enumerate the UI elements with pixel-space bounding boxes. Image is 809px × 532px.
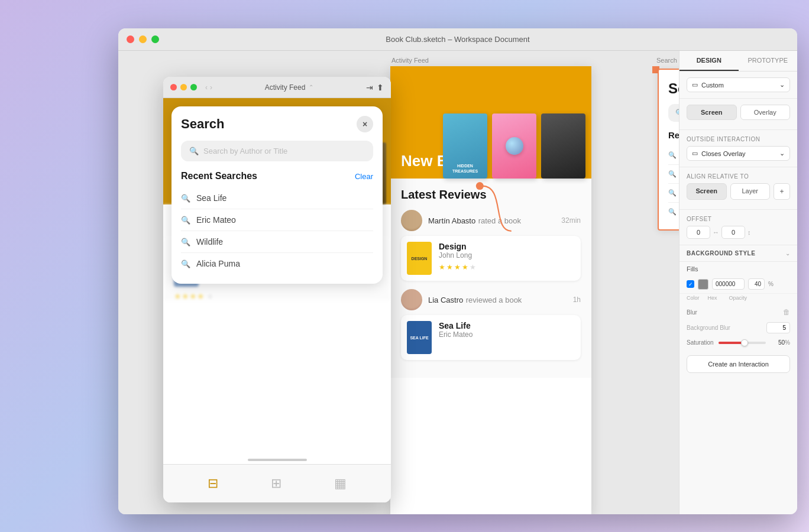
rp-align-screen-btn[interactable]: Screen — [687, 183, 727, 200]
rp-screen-overlay-row: Screen Overlay — [687, 105, 790, 120]
book-cover-text-1: HIDDENTREASURES — [452, 164, 478, 174]
rp-align-layer-btn[interactable]: Layer — [730, 183, 771, 200]
som-search-input[interactable]: 🔍 Search by Author or Title — [181, 141, 373, 161]
rp-fill-labels: Color Hex Opacity — [679, 294, 797, 304]
rp-align-label: Align relative to — [687, 173, 790, 180]
reviewer-avatar-lia — [401, 289, 422, 310]
star-4: ★ — [462, 263, 468, 271]
canvas-label-search: Search — [656, 57, 677, 64]
star-1: ★ — [439, 263, 445, 271]
rp-fill-hex-input[interactable] — [712, 278, 745, 290]
rp-offset-group: ↔ ↕ — [687, 226, 790, 239]
tab-icon-books[interactable]: ⊟ — [208, 476, 218, 491]
som-item-2[interactable]: 🔍 Wildlife — [181, 231, 373, 253]
som-item-1[interactable]: 🔍 Eric Mateo — [181, 209, 373, 231]
canvas-area: ‹ › Activity Feed ⌃ ⇥ ⬆ — [118, 51, 679, 514]
rp-saturation-thumb — [741, 339, 748, 346]
review-time-1: 1h — [573, 296, 581, 304]
search-overlay-modal: Search × 🔍 Search by Author or Title Rec… — [171, 106, 383, 284]
overlay-search-icon: 🔍 — [675, 109, 679, 117]
sp-back-arrow[interactable]: ‹ — [205, 83, 208, 92]
rp-saturation-slider[interactable] — [719, 342, 766, 344]
sp-fwd-arrow[interactable]: › — [210, 83, 212, 92]
star-2: ★ — [446, 263, 453, 271]
som-item-0[interactable]: 🔍 Sea Life — [181, 187, 373, 209]
sp-share-icon[interactable]: ⬆ — [377, 83, 384, 92]
rp-add-align-btn[interactable]: + — [774, 183, 790, 200]
reviewer-text-1: Lia Castro reviewed a book — [428, 294, 522, 305]
sp-nav-right: ⇥ ⬆ — [366, 83, 384, 92]
book-card-design: DESIGN Design John Long ★ ★ ★ ★ — [401, 236, 581, 281]
sp-nav-title: Activity Feed — [265, 83, 306, 92]
overlay-search-input-box[interactable]: 🔍 Search by Author o — [668, 104, 679, 122]
rp-fill-opacity-input[interactable] — [748, 278, 765, 290]
sketch-body: ‹ › Activity Feed ⌃ ⇥ ⬆ — [118, 51, 797, 514]
overlay-item-1[interactable]: 🔍 Eric Mateo — [668, 165, 679, 184]
rp-blur-delete-icon[interactable]: 🗑 — [783, 308, 790, 316]
som-title: Search — [181, 116, 224, 132]
rp-fill-checkbox[interactable]: ✓ — [687, 280, 694, 288]
rp-offset-y-input[interactable] — [721, 226, 745, 239]
tab-icon-library[interactable]: ⊞ — [271, 476, 281, 491]
sp-min-btn[interactable] — [180, 84, 187, 90]
som-close-btn[interactable]: × — [357, 116, 373, 132]
book-candy — [492, 113, 536, 179]
small-phone-header-bar: ‹ › Activity Feed ⌃ ⇥ ⬆ — [163, 77, 391, 98]
rp-custom-dropdown[interactable]: ▭ Custom ⌄ — [687, 77, 790, 92]
overlay-item-icon-2: 🔍 — [668, 189, 677, 197]
reviewer-action-0: rated a book — [478, 216, 521, 225]
candy-ball — [506, 137, 523, 155]
overlay-search-header: Search 🔍 Search by Author o — [659, 70, 679, 130]
rp-screen-btn[interactable]: Screen — [687, 105, 737, 120]
som-item-3[interactable]: 🔍 Alicia Puma — [181, 253, 373, 274]
tab-design[interactable]: DESIGN — [679, 51, 739, 71]
rp-overlay-icon: ▭ — [692, 150, 698, 157]
reviewer-action-1: reviewed a book — [466, 296, 522, 304]
rp-saturation-row: Saturation 50 % — [679, 337, 797, 349]
reviews-title: Latest Reviews — [401, 188, 581, 202]
rp-align-section: Align relative to Screen Layer + — [679, 167, 797, 210]
rp-fill-swatch[interactable] — [698, 279, 708, 290]
right-panel-tabs: DESIGN PROTOTYPE — [679, 51, 797, 72]
rp-bg-blur-row: Background Blur — [679, 320, 797, 337]
small-phone-window: ‹ › Activity Feed ⌃ ⇥ ⬆ — [163, 77, 391, 502]
som-search-icon: 🔍 — [189, 147, 199, 155]
minimize-button[interactable] — [139, 35, 147, 43]
scroll-indicator — [248, 459, 307, 461]
reviewer-info-0: Martín Abasto rated a book — [401, 210, 521, 231]
overlay-item-2[interactable]: 🔍 Wildlife — [668, 184, 679, 203]
rp-closes-overlay-dropdown[interactable]: ▭ Closes Overlay ⌄ — [687, 146, 790, 161]
overlay-search-title: Search — [668, 80, 679, 97]
som-item-text-0: Sea Life — [196, 193, 226, 203]
create-interaction-btn[interactable]: Create an Interaction — [687, 355, 790, 373]
rp-overlay-btn[interactable]: Overlay — [740, 105, 791, 120]
close-button[interactable] — [127, 35, 134, 43]
tab-icon-stats[interactable]: ▦ — [334, 476, 347, 491]
phone-footer-tabs: ⊟ ⊞ ▦ — [163, 464, 391, 502]
rp-hex-label: Hex — [708, 295, 717, 301]
tab-prototype[interactable]: PROTOTYPE — [739, 51, 798, 71]
som-item-search-icon-0: 🔍 — [181, 194, 190, 203]
rp-offset-x-input[interactable] — [687, 226, 710, 239]
sp-max-btn[interactable] — [190, 84, 197, 90]
overlay-item-3[interactable]: 🔍 Alicia Puma — [668, 203, 679, 221]
rp-bg-style-header[interactable]: BACKGROUND STYLE ⌄ — [679, 245, 797, 262]
rp-blur-label: Blur — [687, 309, 697, 316]
rp-blur-value-input[interactable] — [766, 322, 790, 333]
som-item-text-1: Eric Mateo — [196, 215, 236, 225]
book-card-author-sealife: Eric Mateo — [439, 330, 575, 339]
rp-fill-check-icon: ✓ — [688, 281, 693, 287]
books-row: HIDDENTREASURES — [443, 113, 591, 179]
review-item-0: Martín Abasto rated a book 32min DESIGN — [401, 210, 581, 281]
sp-nav-chevron-icon: ⌃ — [309, 84, 313, 90]
sp-forward-icon[interactable]: ⇥ — [366, 83, 373, 92]
main-phone-body: Latest Reviews Martín Abasto rated a boo… — [390, 179, 591, 378]
rp-closes-overlay-text: Closes Overlay — [701, 150, 746, 157]
overlay-item-icon-3: 🔍 — [668, 208, 677, 216]
som-clear-btn[interactable]: Clear — [355, 172, 373, 181]
overlay-recent-section: Recent Searches 🔍 Sea Life 🔍 Eric Mateo … — [659, 130, 679, 229]
som-item-search-icon-3: 🔍 — [181, 259, 190, 268]
sp-close-btn[interactable] — [170, 84, 177, 90]
maximize-button[interactable] — [151, 35, 159, 43]
overlay-item-0[interactable]: 🔍 Sea Life — [668, 146, 679, 165]
